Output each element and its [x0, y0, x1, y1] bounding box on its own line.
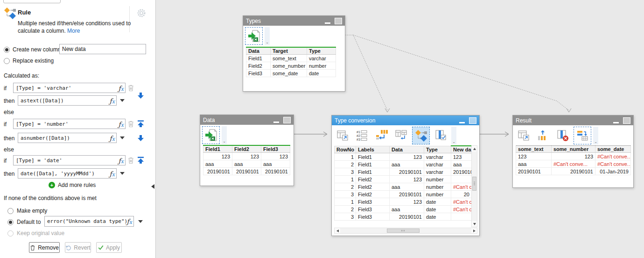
table-cell: 123: [203, 153, 232, 160]
minimize-button[interactable]: [325, 22, 330, 24]
minimize-button[interactable]: [459, 122, 465, 123]
rule-icon[interactable]: [412, 127, 430, 144]
table-cell: Field3: [356, 206, 390, 213]
column-header[interactable]: some_number: [552, 146, 595, 153]
column-header[interactable]: Target: [271, 47, 307, 55]
column-header[interactable]: Labels: [356, 146, 390, 153]
default-expression-input[interactable]: error("Unknown data type") ƒx: [44, 216, 134, 227]
move-rule-up-icon[interactable]: [137, 120, 145, 129]
column-header[interactable]: RowNo: [335, 146, 356, 153]
horizontal-scrollbar[interactable]: [334, 228, 477, 234]
column-header[interactable]: Type: [424, 146, 451, 153]
collapse-panel-button[interactable]: [151, 184, 154, 189]
column-header-new[interactable]: New da: [451, 146, 472, 153]
move-rule-up-icon[interactable]: [137, 156, 145, 166]
column-header[interactable]: Field2: [232, 145, 261, 153]
then-dropdown-caret[interactable]: [120, 172, 125, 175]
apply-button[interactable]: Apply: [96, 242, 122, 253]
derive-table-icon[interactable]: [515, 127, 532, 144]
vertical-scrollbar[interactable]: [471, 145, 477, 227]
maximize-button[interactable]: [283, 117, 291, 123]
radio-create-new-column[interactable]: [4, 47, 10, 53]
move-rule-down-icon[interactable]: [137, 92, 145, 101]
table-cell: 123: [516, 153, 552, 160]
window-titlebar[interactable]: Result: [513, 115, 633, 125]
radio-keep-original[interactable]: [7, 230, 14, 236]
derive-table-icon[interactable]: [334, 127, 351, 144]
more-link[interactable]: More: [67, 28, 80, 34]
column-header[interactable]: some_text: [516, 146, 552, 153]
replace-existing-label: Replace existing: [13, 57, 54, 64]
action-list-strip[interactable]: ⌄: [222, 126, 227, 144]
column-header[interactable]: Type: [307, 47, 336, 55]
table-cell: 123: [232, 153, 261, 160]
then-dropdown-caret[interactable]: [120, 99, 125, 102]
formula-editor-button[interactable]: ƒx: [110, 169, 115, 178]
delete-rule-icon[interactable]: [127, 84, 134, 93]
window-titlebar[interactable]: Types: [243, 16, 345, 26]
table-cell: 123: [390, 176, 424, 183]
minimize-button[interactable]: [273, 122, 279, 123]
gear-icon[interactable]: [136, 8, 147, 20]
window-titlebar[interactable]: Data: [200, 115, 294, 125]
action-list-strip[interactable]: ⌄: [451, 127, 456, 144]
default-dropdown-caret[interactable]: [138, 220, 143, 223]
scroll-left-button[interactable]: [335, 228, 340, 233]
then-result-input[interactable]: date([Data], 'yyyyMMdd') ƒx: [18, 168, 117, 179]
then-result-input[interactable]: asnumber([Data]) ƒx: [18, 133, 117, 143]
maximize-button[interactable]: [335, 18, 342, 24]
column-header[interactable]: Field1: [203, 145, 232, 153]
append-table-icon[interactable]: [392, 127, 410, 144]
formula-editor-button[interactable]: ƒx: [119, 84, 124, 93]
scrollbar-thumb[interactable]: [387, 229, 420, 233]
if-condition-input[interactable]: [Type] = 'varchar' ƒx: [13, 83, 126, 93]
column-header[interactable]: some_date: [595, 146, 631, 153]
remove-button[interactable]: Remove: [29, 242, 60, 253]
add-more-rules-button[interactable]: + Add more rules: [49, 182, 96, 188]
action-list-strip[interactable]: ⌄: [593, 127, 598, 144]
transpose-icon[interactable]: [534, 127, 552, 144]
formula-editor-button[interactable]: ƒx: [110, 96, 115, 105]
move-rule-down-icon[interactable]: [137, 134, 145, 144]
table-cell: 123: [261, 153, 290, 160]
import-table-icon[interactable]: [202, 126, 220, 144]
export-table-icon[interactable]: [574, 127, 591, 144]
window-titlebar[interactable]: Type conversion: [332, 115, 479, 125]
revert-button[interactable]: Revert: [65, 242, 91, 253]
if-condition-input[interactable]: [Type] = 'number' ƒx: [13, 119, 126, 129]
unpivot-icon[interactable]: [373, 127, 391, 144]
scroll-down-button[interactable]: [472, 221, 477, 227]
action-list-strip[interactable]: ⌄: [265, 27, 270, 45]
select-columns-icon[interactable]: [432, 127, 449, 144]
delete-rule-icon[interactable]: [127, 120, 134, 129]
radio-make-empty[interactable]: [7, 208, 14, 214]
delete-rule-icon[interactable]: [127, 157, 134, 166]
import-table-icon[interactable]: [245, 27, 263, 45]
maximize-button[interactable]: [623, 117, 630, 124]
enumerate-rows-icon[interactable]: #1#2#3: [353, 127, 371, 144]
table-toolbar: ⌄: [245, 27, 270, 45]
minimize-button[interactable]: [613, 122, 619, 123]
formula-editor-button[interactable]: ƒx: [110, 134, 115, 143]
table-row: 2Field3aaadate#Can't conve...: [335, 206, 472, 213]
sidebar-top-field[interactable]: [3, 0, 61, 3]
radio-replace-existing[interactable]: [4, 58, 10, 64]
column-header[interactable]: Data: [390, 146, 424, 153]
new-column-name-input[interactable]: [59, 44, 146, 54]
if-condition-input[interactable]: [Type] = 'date' ƒx: [13, 155, 126, 165]
remove-columns-icon[interactable]: [554, 127, 572, 144]
scrollbar-thumb[interactable]: [472, 177, 476, 191]
column-header[interactable]: Data: [246, 47, 271, 55]
scroll-up-button[interactable]: [472, 146, 477, 151]
formula-editor-button[interactable]: ƒx: [119, 120, 124, 129]
then-result-input[interactable]: astext([Data]) ƒx: [18, 95, 117, 106]
column-header[interactable]: Field3: [261, 145, 290, 153]
maximize-button[interactable]: [469, 117, 476, 124]
formula-editor-button[interactable]: ƒx: [127, 217, 132, 226]
radio-default-to[interactable]: [7, 219, 14, 225]
then-label: then: [4, 171, 14, 177]
then-dropdown-caret[interactable]: [120, 136, 125, 139]
formula-editor-button[interactable]: ƒx: [119, 156, 124, 165]
undo-icon: [65, 245, 71, 251]
scroll-right-button[interactable]: [471, 228, 477, 233]
